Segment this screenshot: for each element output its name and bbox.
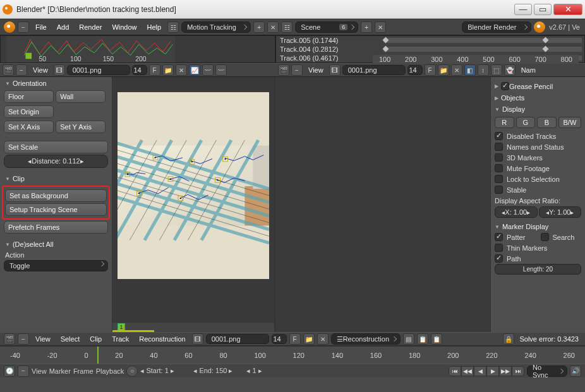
set-as-background-button[interactable]: Set as Background xyxy=(5,189,107,202)
search-check[interactable]: Search xyxy=(541,232,582,242)
menu-file[interactable]: File xyxy=(32,22,51,32)
marker-display-header[interactable]: Marker Display xyxy=(495,222,581,232)
minimize-left-header-icon[interactable]: − xyxy=(16,64,27,76)
delete-scene-button[interactable]: ✕ xyxy=(375,21,386,33)
menu-render[interactable]: Render xyxy=(75,22,106,32)
menu-window[interactable]: Window xyxy=(108,22,140,32)
floor-button[interactable]: Floor xyxy=(4,90,54,103)
graph-mode-left-icon[interactable]: 📈 xyxy=(189,64,200,76)
menu-playback-play[interactable]: Playback xyxy=(96,367,124,375)
end-frame-field[interactable]: ◂ End: 150 ▸ xyxy=(193,367,244,375)
names-status-check[interactable]: Names and Status xyxy=(495,141,581,152)
fake-user-right-button[interactable]: F xyxy=(425,64,436,76)
screen-layout-dropdown[interactable]: Motion Tracking xyxy=(181,21,251,33)
show-hidden-right-icon[interactable]: 👻 xyxy=(504,64,516,76)
track-bar[interactable] xyxy=(377,45,584,54)
lock-selection-check[interactable]: Lock to Selection xyxy=(495,174,581,184)
filter-error-left-icon[interactable]: 〰 xyxy=(215,64,227,76)
screen-browse-icon[interactable]: ☷ xyxy=(167,21,179,33)
setup-tracking-scene-button[interactable]: Setup Tracking Scene xyxy=(5,203,107,216)
disabled-tracks-check[interactable]: Disabled Tracks xyxy=(495,131,581,141)
graph-editor[interactable]: 1 50 100 150 200 xyxy=(0,35,275,63)
markers-3d-check[interactable]: 3D Markers xyxy=(495,152,581,163)
clip-editor-icon-left[interactable]: 🎬 xyxy=(3,64,14,76)
pattern-check[interactable]: Patter xyxy=(495,232,536,242)
timeline-playhead[interactable] xyxy=(97,347,99,364)
track-row[interactable]: Track.006 (0.4617) xyxy=(276,54,377,62)
minimize-play-header-icon[interactable]: − xyxy=(18,365,29,377)
distance-field[interactable]: ◂ Distance: 0.112 ▸ xyxy=(4,155,108,168)
menu-reconstruction-bottom[interactable]: Reconstruction xyxy=(135,335,189,343)
jump-start-button[interactable]: ⏮ xyxy=(449,366,461,376)
scene-dropdown[interactable]: Scene6 xyxy=(295,21,358,33)
play-button[interactable]: ▶ xyxy=(486,366,499,376)
action-dropdown[interactable]: Toggle xyxy=(4,260,108,271)
dopesheet-editor[interactable]: Track.005 (0.1744) Track.004 (0.2812) Tr… xyxy=(275,35,585,63)
menu-add[interactable]: Add xyxy=(53,22,73,32)
minimize-bottom-header-icon[interactable]: − xyxy=(18,333,29,345)
path-length-field[interactable]: Length: 20 xyxy=(495,264,581,275)
auto-keyframe-icon[interactable]: ○ xyxy=(126,365,138,377)
minimize-button[interactable]: — xyxy=(514,4,532,15)
timeline-editor-icon[interactable]: 🕘 xyxy=(4,365,15,377)
lock-view-icon[interactable]: 🔒 xyxy=(503,333,514,345)
menu-view-bottom[interactable]: View xyxy=(32,335,54,343)
set-y-axis-button[interactable]: Set Y Axis xyxy=(56,121,106,133)
clip-image[interactable] xyxy=(118,92,269,279)
objects-header[interactable]: Objects xyxy=(495,93,581,103)
open-clip-right-icon[interactable]: 📁 xyxy=(438,64,449,76)
aspect-x-field[interactable]: ◂X: 1.00▸ xyxy=(495,206,538,218)
channel-g-button[interactable]: G xyxy=(516,117,536,128)
channel-bw-button[interactable]: B/W xyxy=(558,117,581,128)
menu-select-bottom[interactable]: Select xyxy=(57,335,84,343)
clip-file-right[interactable]: 0001.png xyxy=(342,65,406,75)
channel-r-button[interactable]: R xyxy=(495,117,514,128)
next-key-button[interactable]: ▶▶ xyxy=(499,366,512,376)
menu-frame-play[interactable]: Frame xyxy=(73,367,93,375)
unlink-clip-right-icon[interactable]: ✕ xyxy=(451,64,462,76)
open-clip-left-icon[interactable]: 📁 xyxy=(162,64,174,76)
sync-mode-dropdown[interactable]: No Sync xyxy=(527,365,567,377)
unlink-clip-left-icon[interactable]: ✕ xyxy=(176,64,187,76)
set-origin-button[interactable]: Set Origin xyxy=(4,105,54,118)
start-frame-field[interactable]: ◂ Start: 1 ▸ xyxy=(140,367,191,375)
track-row[interactable]: Track.005 (0.1744) xyxy=(276,36,377,45)
fake-user-left-button[interactable]: F xyxy=(149,64,160,76)
set-scale-button[interactable]: Set Scale xyxy=(4,141,108,153)
clip-file-left[interactable]: 0001.png xyxy=(67,65,130,75)
prev-key-button[interactable]: ◀◀ xyxy=(461,366,474,376)
add-scene-button[interactable]: + xyxy=(361,21,372,33)
sort-name-right[interactable]: Nam xyxy=(517,66,540,74)
clip-editor-icon-bottom[interactable]: 🎬 xyxy=(4,333,15,345)
display-header[interactable]: Display xyxy=(495,104,581,114)
delete-screen-button[interactable]: ✕ xyxy=(267,21,279,33)
render-engine-dropdown[interactable]: Blender Render xyxy=(462,21,531,33)
track-row[interactable]: Track.004 (0.2812) xyxy=(276,45,377,54)
clip-file-bottom[interactable]: 0001.png xyxy=(206,334,269,344)
show-selected-right-icon[interactable]: ⬚ xyxy=(491,64,502,76)
mute-footage-check[interactable]: Mute Footage xyxy=(495,163,581,174)
clip-browse-left-icon[interactable]: 🎞 xyxy=(54,64,65,76)
aspect-y-field[interactable]: ◂Y: 1.00▸ xyxy=(539,206,582,218)
speaker-icon[interactable]: 🔊 xyxy=(570,365,581,377)
menu-view-right[interactable]: View xyxy=(305,66,327,74)
unlink-clip-bottom-icon[interactable]: ✕ xyxy=(317,333,329,345)
dopesheet-mode-right-icon[interactable]: ◧ xyxy=(464,64,476,76)
current-frame-field[interactable]: ◂ 1 ▸ xyxy=(246,367,303,375)
deselect-header[interactable]: (De)select All xyxy=(4,239,108,250)
thin-markers-check[interactable]: Thin Markers xyxy=(495,242,581,253)
clip-browse-bottom-icon[interactable]: 🎞 xyxy=(192,333,203,345)
minimize-right-header-icon[interactable]: − xyxy=(291,64,303,76)
toolbar-toggle-icon[interactable]: ▤ xyxy=(403,333,414,345)
prefetch-frames-button[interactable]: Prefetch Frames xyxy=(4,221,108,234)
play-reverse-button[interactable]: ◀ xyxy=(474,366,486,376)
info-editor-icon[interactable] xyxy=(4,21,15,33)
maximize-button[interactable]: ▭ xyxy=(534,4,552,15)
orientation-header[interactable]: Orientation xyxy=(4,78,108,89)
copy-settings-icon[interactable]: 📋 xyxy=(417,333,428,345)
path-check[interactable]: Path xyxy=(495,253,581,264)
close-button[interactable]: ✕ xyxy=(553,4,582,15)
editing-mode-dropdown[interactable]: ☰ Reconstruction xyxy=(331,333,401,345)
jump-end-button[interactable]: ⏭ xyxy=(512,366,524,376)
menu-view-left[interactable]: View xyxy=(29,66,52,74)
